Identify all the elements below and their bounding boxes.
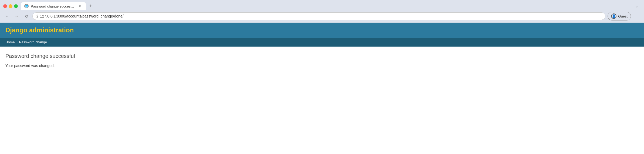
title-bar: 🌐 Password change successful × + ⌄ bbox=[0, 0, 644, 10]
page-body-text: Your password was changed. bbox=[5, 64, 639, 68]
info-icon: ℹ bbox=[36, 14, 38, 18]
address-bar[interactable]: ℹ 127.0.0.1:8000/accounts/password_chang… bbox=[32, 12, 605, 20]
maximize-window-button[interactable] bbox=[14, 4, 18, 8]
browser-menu-button[interactable]: ⋮ bbox=[633, 12, 641, 20]
forward-button[interactable]: → bbox=[13, 12, 21, 20]
tab-bar: 🌐 Password change successful × + bbox=[21, 2, 94, 10]
new-tab-button[interactable]: + bbox=[87, 2, 94, 10]
breadcrumb-separator: › bbox=[16, 40, 18, 44]
django-header: Django administration bbox=[0, 23, 644, 38]
window-controls bbox=[3, 4, 18, 8]
page-heading: Password change successful bbox=[5, 53, 639, 59]
main-content: Password change successful Your password… bbox=[0, 47, 644, 74]
breadcrumb-bar: Home › Password change bbox=[0, 38, 644, 47]
active-tab[interactable]: 🌐 Password change successful × bbox=[21, 2, 86, 10]
breadcrumb-home-link[interactable]: Home bbox=[5, 40, 15, 44]
breadcrumb: Home › Password change bbox=[5, 40, 639, 44]
tabs-dropdown-button[interactable]: ⌄ bbox=[633, 2, 641, 10]
reload-button[interactable]: ↻ bbox=[23, 12, 30, 20]
close-window-button[interactable] bbox=[3, 4, 7, 8]
profile-button[interactable]: 👤 Guest bbox=[608, 12, 631, 20]
url-display: 127.0.0.1:8000/accounts/password_change/… bbox=[40, 14, 601, 18]
breadcrumb-current: Password change bbox=[19, 40, 47, 44]
profile-avatar-icon: 👤 bbox=[611, 13, 616, 19]
django-site-title: Django administration bbox=[5, 26, 74, 34]
tab-title: Password change successful bbox=[31, 4, 76, 8]
profile-label: Guest bbox=[618, 14, 628, 18]
minimize-window-button[interactable] bbox=[9, 4, 12, 8]
tab-close-button[interactable]: × bbox=[78, 4, 82, 8]
nav-bar: ← → ↻ ℹ 127.0.0.1:8000/accounts/password… bbox=[0, 10, 644, 23]
browser-chrome: 🌐 Password change successful × + ⌄ ← → ↻… bbox=[0, 0, 644, 23]
django-admin-wrapper: Django administration Home › Password ch… bbox=[0, 23, 644, 74]
tab-favicon-icon: 🌐 bbox=[24, 4, 29, 8]
back-button[interactable]: ← bbox=[3, 12, 11, 20]
